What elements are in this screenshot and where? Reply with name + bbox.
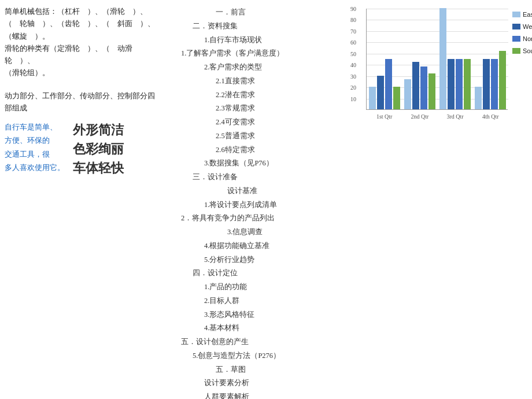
toc-item: 3.数据搜集（见P76）	[169, 157, 343, 171]
toc-item: 2.客户需求的类型	[169, 61, 343, 75]
grid-line	[367, 42, 508, 43]
bar	[404, 79, 411, 110]
toc-item: 2.3常规需求	[169, 102, 343, 116]
x-axis-label: 4th Qtr	[482, 113, 499, 120]
bar	[439, 8, 446, 109]
bar	[428, 73, 435, 109]
slogan-line1: 外形简洁	[73, 120, 124, 139]
intro-line1: 简单机械包括：（杠杆 ）、（滑轮 ）、	[5, 6, 161, 18]
dynamic-text: 动力部分、工作部分、传动部分、控制部分四部组成	[5, 90, 161, 115]
pulley-line2: （滑轮组）。	[5, 67, 161, 79]
y-axis-label: 60	[350, 39, 356, 46]
legend-color-box	[512, 24, 520, 29]
bar	[499, 51, 506, 109]
legend-item: East	[512, 9, 532, 21]
toc-item: 2.1直接需求	[169, 75, 343, 88]
bar	[393, 87, 400, 109]
x-axis-label: 1st Qtr	[376, 113, 393, 120]
bar	[448, 59, 455, 110]
toc-item: 二．资料搜集	[169, 20, 343, 34]
toc-item: 1.自行车市场现状	[169, 34, 343, 47]
chart-column: 9080706050403020101st Qtr2nd Qtr3rd Qtr4…	[346, 6, 532, 393]
toc-item: 2.5普通需求	[169, 130, 343, 143]
toc-item: 1.将设计要点列成清单	[169, 198, 343, 212]
toc-item: 一．前言	[169, 6, 343, 20]
toc-item: 2．将具有竞争力的产品列出	[169, 212, 343, 226]
x-axis-label: 3rd Qtr	[447, 113, 464, 120]
toc-item: 四．设计定位	[169, 267, 343, 280]
bike-description-block: 自行车是简单、方便、环保的交通工具，很多人喜欢使用它。 外形简洁 色彩绚丽 车体…	[5, 120, 161, 178]
toc-item: 4.根据功能确立基准	[169, 239, 343, 253]
legend-item: West	[512, 21, 532, 33]
bar	[456, 59, 463, 110]
bar	[483, 59, 490, 110]
legend-label: North	[523, 33, 532, 45]
toc-column: 一．前言二．资料搜集1.自行车市场现状1.了解客户需求（客户满意度）2.客户需求…	[167, 6, 346, 393]
toc-item: 1.了解客户需求（客户满意度）	[169, 47, 343, 61]
grid-line	[367, 9, 508, 9]
big-slogan: 外形简洁 色彩绚丽 车体轻快	[73, 120, 124, 178]
legend-label: East	[523, 9, 532, 21]
toc-item: 设计要素分析	[169, 376, 343, 390]
grid-line	[367, 31, 508, 32]
slogan-line2: 色彩绚丽	[73, 139, 124, 158]
legend-label: West	[523, 21, 532, 33]
toc-item: 五．草图	[169, 363, 343, 377]
toc-item: 五．设计创意的产生	[169, 335, 343, 349]
toc-item: 5.分析行业趋势	[169, 253, 343, 267]
bar	[369, 87, 376, 109]
toc-item: 3.形态风格特征	[169, 308, 343, 322]
highlight-text: 自行车是简单、方便、环保的交通工具，很多人喜欢使用它。	[5, 120, 65, 175]
intro-line2: （ 轮轴 ）、（齿轮 ）、（ 斜面 ）、	[5, 18, 161, 30]
toc-item: 4.基本材料	[169, 322, 343, 335]
toc-item: 设计基准	[169, 184, 343, 198]
toc-item: 2.6特定需求	[169, 143, 343, 157]
bar	[385, 59, 392, 110]
grid-line	[367, 20, 508, 20]
toc-item: 三．设计准备	[169, 171, 343, 184]
bar	[464, 59, 471, 110]
legend-item: South	[512, 45, 532, 57]
legend-label: South	[523, 45, 532, 57]
legend-color-box	[512, 12, 520, 17]
left-column: 简单机械包括：（杠杆 ）、（滑轮 ）、 （ 轮轴 ）、（齿轮 ）、（ 斜面 ）、…	[5, 6, 167, 393]
bar	[420, 66, 427, 109]
y-axis-label: 90	[350, 6, 356, 12]
intro-text: 简单机械包括：（杠杆 ）、（滑轮 ）、 （ 轮轴 ）、（齿轮 ）、（ 斜面 ）、…	[5, 6, 161, 80]
toc-item: 1.产品的功能	[169, 280, 343, 294]
y-axis-label: 20	[350, 84, 356, 91]
intro-line3: （螺旋 ）。	[5, 31, 161, 43]
slogan-line3: 车体轻快	[73, 158, 124, 178]
y-axis-label: 30	[350, 73, 356, 79]
y-axis-label: 10	[350, 95, 356, 102]
chart-legend: EastWestNorthSouth	[512, 9, 532, 57]
bar	[475, 87, 482, 109]
y-axis-label: 70	[350, 28, 356, 34]
toc-item: 5.创意与造型方法（P276）	[169, 349, 343, 363]
y-axis-label: 40	[350, 62, 356, 68]
bar	[377, 76, 384, 109]
bar-chart: 9080706050403020101st Qtr2nd Qtr3rd Qtr4…	[349, 6, 532, 121]
pulley-line1: 滑轮的种类有（定滑轮 ）、（ 动滑轮 ）、	[5, 43, 161, 68]
y-axis-label: 50	[350, 50, 356, 57]
legend-item: North	[512, 33, 532, 45]
toc-item: 2.目标人群	[169, 294, 343, 308]
toc-item: 2.2潜在需求	[169, 88, 343, 102]
grid-line	[367, 54, 508, 54]
chart-area-inner: 9080706050403020101st Qtr2nd Qtr3rd Qtr4…	[366, 9, 508, 110]
y-axis-label: 80	[350, 17, 356, 23]
toc-item: 2.4可变需求	[169, 116, 343, 130]
x-axis-label: 2nd Qtr	[411, 113, 428, 120]
legend-color-box	[512, 36, 520, 42]
toc-item: 人群要素解析	[169, 390, 343, 399]
toc-item: 3.信息调查	[169, 226, 343, 239]
bar	[491, 59, 498, 110]
bar	[412, 62, 419, 109]
legend-color-box	[512, 48, 520, 54]
